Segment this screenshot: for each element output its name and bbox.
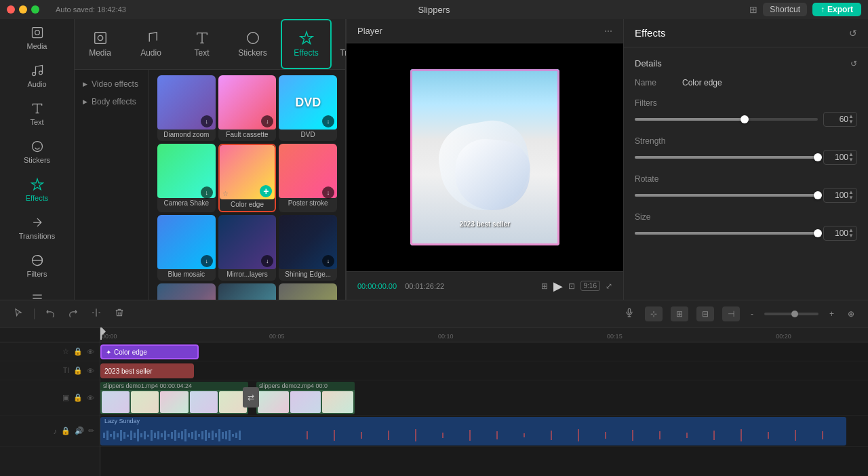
toolbar-stickers[interactable]: Stickers (0, 133, 74, 171)
close-button[interactable] (7, 5, 15, 14)
zoom-handle[interactable] (791, 311, 798, 317)
shortcut-button[interactable]: Shortcut (763, 3, 807, 16)
toolbar-effects[interactable]: Effects (0, 171, 74, 209)
strength-value-field[interactable] (828, 153, 848, 162)
tab-media[interactable]: Media (75, 19, 125, 69)
rotate-slider-track[interactable] (635, 194, 818, 197)
strength-down[interactable]: ▼ (848, 157, 854, 163)
rotate-slider-thumb[interactable] (814, 191, 822, 199)
size-slider-track[interactable] (635, 232, 818, 235)
transition-marker[interactable]: ⇄ (243, 387, 259, 408)
text-track-eye[interactable]: 👁 (87, 367, 94, 375)
effect-jvc[interactable]: JVC ↓ (157, 283, 216, 300)
effect-poster-stroke[interactable]: Poster stroke ↓ (279, 144, 337, 212)
effect-track-star[interactable]: ☆ (62, 347, 69, 356)
effect-diamond-zoom-download[interactable]: ↓ (201, 115, 213, 127)
align-tool[interactable]: ⊣ (722, 306, 740, 321)
filters-down[interactable]: ▼ (848, 119, 854, 125)
split-tool[interactable] (89, 305, 104, 322)
export-button[interactable]: ↑ Export (812, 3, 861, 16)
toolbar-media[interactable]: Media (0, 19, 74, 57)
strength-spinner[interactable]: ▲ ▼ (848, 152, 854, 163)
effect-clip-color-edge[interactable]: ✦ Color edge (100, 344, 199, 359)
filters-slider-track[interactable] (635, 118, 818, 121)
details-reset-icon[interactable]: ↺ (850, 59, 857, 68)
filters-value-field[interactable] (828, 115, 848, 124)
select-tool[interactable] (11, 305, 26, 322)
video-clip-1[interactable]: slippers demo1.mp4 00:00:04:24 (100, 382, 248, 414)
zoom-slider[interactable] (764, 313, 818, 315)
strength-value-input[interactable]: ▲ ▼ (823, 150, 857, 165)
effect-mirror-layers[interactable]: Mirror...layers ↓ (218, 215, 277, 281)
filters-value-input[interactable]: ▲ ▼ (823, 112, 857, 127)
video-track-lock[interactable]: 🔒 (73, 393, 83, 402)
audio-track-edit[interactable]: ✏ (88, 427, 94, 435)
effect-fault-cassette[interactable]: Fault cassette ↓ (218, 75, 277, 141)
rotate-down[interactable]: ▼ (848, 195, 854, 201)
effect-shining-edge[interactable]: Shining Edge... ↓ (279, 215, 337, 281)
text-clip[interactable]: 2023 best seller (100, 363, 194, 378)
size-spinner[interactable]: ▲ ▼ (848, 228, 854, 239)
size-value-input[interactable]: ▲ ▼ (823, 226, 857, 241)
crop-icon[interactable]: ⊡ (568, 281, 575, 291)
rotate-value-field[interactable] (828, 191, 848, 200)
tab-audio[interactable]: Audio (125, 19, 176, 69)
display-toggle[interactable]: ⊞ (749, 4, 757, 15)
effect-shining-download[interactable]: ↓ (322, 255, 334, 267)
audio-track-lock[interactable]: 🔒 (61, 427, 71, 435)
filters-slider-thumb[interactable] (741, 115, 749, 123)
toolbar-transitions[interactable]: Transitions (0, 209, 74, 247)
filters-spinner[interactable]: ▲ ▼ (848, 114, 854, 125)
merge-tool[interactable]: ⊞ (671, 306, 688, 321)
strength-slider-thumb[interactable] (814, 153, 822, 161)
size-down[interactable]: ▼ (848, 233, 854, 239)
effect-camera-1[interactable]: Camer...cus 1 ↓ (218, 283, 277, 300)
tab-stickers[interactable]: Stickers (227, 19, 278, 69)
toolbar-audio[interactable]: Audio (0, 57, 74, 95)
effect-camera-shake[interactable]: Camera Shake ↓ (157, 144, 216, 212)
audio-clip[interactable]: Lazy Sunday (100, 417, 846, 445)
size-slider-thumb[interactable] (814, 229, 822, 237)
reset-icon[interactable]: ↺ (849, 28, 857, 39)
size-value-field[interactable] (828, 229, 848, 238)
toolbar-text[interactable]: Text (0, 95, 74, 133)
effect-color-edge-star[interactable]: ☆ (222, 190, 229, 197)
tab-effects[interactable]: Effects (281, 19, 332, 69)
nav-video-effects[interactable]: ▶ Video effects (75, 75, 149, 93)
play-button[interactable]: ▶ (553, 279, 563, 294)
mic-tool[interactable] (622, 305, 637, 322)
player-menu-icon[interactable]: ⋯ (604, 26, 612, 36)
effect-blue-mosaic[interactable]: Blue mosaic ↓ (157, 215, 216, 281)
maximize-button[interactable] (31, 5, 39, 14)
effect-poster-download[interactable]: ↓ (322, 186, 334, 199)
delete-tool[interactable] (112, 305, 127, 322)
redo-tool[interactable] (66, 305, 81, 322)
nav-body-effects[interactable]: ▶ Body effects (75, 93, 149, 111)
tab-text[interactable]: Text (176, 19, 227, 69)
video-track-eye[interactable]: 👁 (87, 394, 94, 402)
rotate-value-input[interactable]: ▲ ▼ (823, 188, 857, 203)
audio-track-vol[interactable]: 🔊 (75, 427, 84, 435)
strength-slider-track[interactable] (635, 156, 818, 159)
timeline-scroll[interactable]: 00:00 00:05 00:10 00:15 00:20 ✦ Color ed… (100, 328, 868, 476)
zoom-out-tool[interactable]: - (748, 306, 756, 321)
fit-tool[interactable]: ⊕ (845, 306, 857, 321)
effect-diamond-zoom[interactable]: Diamond zoom ↓ (157, 75, 216, 141)
grid-view-icon[interactable]: ⊞ (541, 281, 548, 291)
zoom-in-tool[interactable]: + (827, 306, 837, 321)
video-clip-2[interactable]: slippers demo2.mp4 00:0 (256, 382, 355, 414)
effect-motion-blur[interactable]: Motion Blur ↓ (279, 283, 337, 300)
effect-track-eye[interactable]: 👁 (87, 348, 94, 356)
toolbar-adjustment[interactable]: Adjustment (0, 285, 74, 300)
effect-camera-shake-download[interactable]: ↓ (201, 186, 213, 199)
text-track-lock[interactable]: 🔒 (73, 366, 83, 375)
rotate-spinner[interactable]: ▲ ▼ (848, 190, 854, 201)
effect-track-lock[interactable]: 🔒 (73, 347, 83, 356)
effect-dvd-download[interactable]: ↓ (322, 115, 334, 127)
trim-tool[interactable]: ⊟ (696, 306, 714, 321)
toolbar-filters[interactable]: Filters (0, 247, 74, 285)
effect-dvd[interactable]: DVD DVD ↓ (279, 75, 337, 141)
minimize-button[interactable] (19, 5, 27, 14)
undo-tool[interactable] (43, 305, 58, 322)
fullscreen-icon[interactable]: ⤢ (606, 281, 612, 291)
